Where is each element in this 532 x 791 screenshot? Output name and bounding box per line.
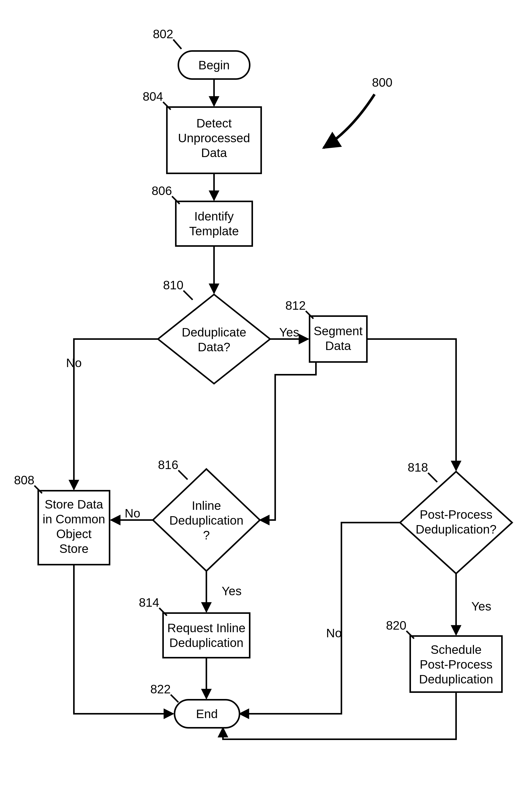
post-num: 818 bbox=[408, 461, 428, 474]
inline-num: 816 bbox=[158, 458, 178, 472]
svg-rect-2 bbox=[176, 201, 252, 246]
inline-l2: Deduplication bbox=[169, 514, 244, 527]
schedule-l3: Deduplication bbox=[419, 673, 493, 686]
postprocess-decision: Post-Process Deduplication? 818 bbox=[400, 461, 512, 573]
dedup-no-label: No bbox=[66, 356, 81, 370]
end-node: End 822 bbox=[150, 682, 240, 728]
inline-no-label: No bbox=[125, 507, 140, 520]
request-inline-num: 814 bbox=[139, 596, 159, 609]
request-inline-l2: Deduplication bbox=[169, 636, 244, 649]
figure-ref: 800 bbox=[324, 76, 392, 148]
edge-post-no bbox=[240, 522, 400, 714]
dedup-l2: Data? bbox=[198, 340, 230, 354]
detect-l2: Unprocessed bbox=[178, 131, 250, 145]
store-l4: Store bbox=[59, 542, 89, 555]
store-node: Store Data in Common Object Store 808 bbox=[14, 473, 110, 565]
edge-schedule-end bbox=[223, 692, 456, 739]
segment-num: 812 bbox=[285, 299, 306, 312]
detect-num: 804 bbox=[143, 90, 163, 103]
schedule-node: Schedule Post-Process Deduplication 820 bbox=[386, 619, 502, 692]
identify-num: 806 bbox=[152, 184, 172, 198]
identify-l1: Identify bbox=[194, 209, 234, 223]
dedup-yes-label: Yes bbox=[279, 326, 299, 339]
end-num: 822 bbox=[150, 682, 171, 696]
edge-segment-inline bbox=[260, 362, 316, 520]
edge-segment-post bbox=[367, 339, 456, 470]
identify-node: Identify Template 806 bbox=[152, 184, 252, 246]
inline-l1: Inline bbox=[192, 499, 221, 512]
schedule-num: 820 bbox=[386, 619, 406, 632]
post-l1: Post-Process bbox=[420, 508, 492, 521]
begin-label: Begin bbox=[198, 58, 230, 72]
detect-l1: Detect bbox=[196, 116, 232, 130]
schedule-l1: Schedule bbox=[431, 643, 481, 657]
dedup-decision: Deduplicate Data? 810 bbox=[158, 278, 270, 384]
request-inline-l1: Request Inline bbox=[167, 621, 246, 635]
store-l3: Object bbox=[56, 527, 92, 541]
detect-l3: Data bbox=[201, 146, 227, 160]
request-inline-node: Request Inline Deduplication 814 bbox=[139, 596, 250, 658]
post-l2: Deduplication? bbox=[416, 522, 497, 536]
flowchart: 800 Begin 802 Detect Unprocessed Data 80… bbox=[0, 0, 532, 791]
store-l2: in Common bbox=[42, 512, 105, 526]
inline-decision: Inline Deduplication ? 816 bbox=[153, 458, 260, 571]
edge-dedup-no bbox=[74, 339, 158, 490]
post-no-label: No bbox=[326, 626, 342, 640]
begin-num: 802 bbox=[153, 27, 173, 41]
dedup-l1: Deduplicate bbox=[182, 326, 246, 339]
end-label: End bbox=[196, 707, 217, 721]
figure-ref-num: 800 bbox=[372, 76, 392, 89]
schedule-l2: Post-Process bbox=[420, 658, 492, 671]
inline-yes-label: Yes bbox=[222, 584, 242, 598]
svg-marker-3 bbox=[158, 294, 270, 384]
detect-node: Detect Unprocessed Data 804 bbox=[143, 90, 261, 173]
svg-rect-7 bbox=[163, 613, 250, 658]
inline-l3: ? bbox=[203, 529, 210, 542]
dedup-num: 810 bbox=[163, 278, 184, 292]
segment-l1: Segment bbox=[314, 324, 363, 338]
segment-l2: Data bbox=[325, 339, 351, 352]
identify-l2: Template bbox=[189, 224, 239, 238]
store-l1: Store Data bbox=[44, 498, 103, 511]
store-num: 808 bbox=[14, 473, 34, 487]
post-yes-label: Yes bbox=[471, 600, 491, 613]
begin-node: Begin 802 bbox=[153, 27, 250, 79]
